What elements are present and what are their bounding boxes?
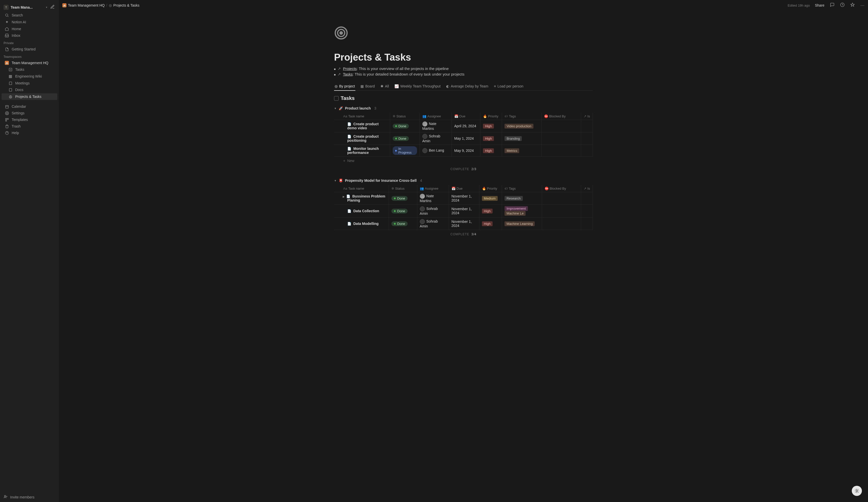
trash-nav[interactable]: Trash bbox=[1, 123, 57, 129]
cell-blocked[interactable] bbox=[541, 120, 581, 132]
getting-started-page[interactable]: Getting Started bbox=[1, 46, 57, 52]
cell-name[interactable]: 📄Create product positioning bbox=[334, 132, 390, 145]
cell-status[interactable]: In Progress bbox=[390, 145, 420, 157]
breadcrumb-current[interactable]: ◎ Projects & Tasks bbox=[109, 3, 140, 7]
col-priority[interactable]: 🔥Priority bbox=[479, 185, 502, 192]
cell-name[interactable]: ▶📄Bussiness Problem Planing bbox=[334, 192, 389, 205]
templates-nav[interactable]: Templates bbox=[1, 117, 57, 123]
tab-average-delay-by-team[interactable]: ◐Average Delay by Team bbox=[446, 82, 489, 91]
col-tags[interactable]: 🏷Tags bbox=[502, 113, 541, 120]
col-due[interactable]: 📅Due bbox=[452, 113, 480, 120]
col-priority[interactable]: 🔥Priority bbox=[480, 113, 502, 120]
cell-blocked[interactable] bbox=[541, 145, 581, 157]
cell-priority[interactable]: High bbox=[480, 145, 502, 157]
sidebar-item-docs[interactable]: Docs bbox=[1, 87, 57, 93]
cell-priority[interactable]: High bbox=[479, 205, 502, 218]
triangle-right-icon[interactable]: ▶ bbox=[343, 195, 345, 198]
cell-status[interactable]: Done bbox=[390, 120, 420, 132]
settings-nav[interactable]: Settings bbox=[1, 110, 57, 116]
cell-status[interactable]: Done bbox=[389, 218, 417, 230]
table-row[interactable]: 📄Monitor launch performanceIn ProgressBe… bbox=[334, 145, 593, 157]
cell-due[interactable]: November 1, 2024 bbox=[449, 218, 479, 230]
search-nav[interactable]: Search bbox=[1, 12, 57, 18]
notion-ai-nav[interactable]: ✦ Notion AI bbox=[1, 19, 57, 25]
table-row[interactable]: 📄Create product demo videoDoneNate Marti… bbox=[334, 120, 593, 132]
breadcrumb-root[interactable]: 🏠 Team Management HQ bbox=[62, 3, 105, 7]
col-is[interactable]: ↗Is bbox=[581, 113, 592, 120]
cell-blocked[interactable] bbox=[541, 132, 581, 145]
projects-link[interactable]: Projects bbox=[343, 66, 356, 71]
cell-tags[interactable]: Machine Learning bbox=[502, 218, 542, 230]
col-assignee[interactable]: 👥Assignee bbox=[417, 185, 449, 192]
database-title[interactable]: Tasks bbox=[334, 95, 593, 101]
workspace-switcher[interactable]: T Team Mana... ▾ bbox=[0, 2, 59, 12]
cell-due[interactable]: May 1, 2024 bbox=[452, 132, 480, 145]
cell-status[interactable]: Done bbox=[390, 132, 420, 145]
col-due[interactable]: 📅Due bbox=[449, 185, 479, 192]
col-task-name[interactable]: AaTask name bbox=[334, 113, 390, 120]
col-blocked[interactable]: ⛔Blocked By bbox=[541, 113, 581, 120]
cell-due[interactable]: April 29, 2024 bbox=[452, 120, 480, 132]
cell-name[interactable]: 📄Data Collection bbox=[334, 205, 389, 218]
table-row[interactable]: 📄Data CollectionDoneSohrab AminNovember … bbox=[334, 205, 593, 218]
tag[interactable]: Improvement bbox=[505, 206, 528, 211]
cell-assignee[interactable]: Nate Martins bbox=[420, 120, 452, 132]
comments-icon[interactable] bbox=[830, 2, 835, 8]
ai-fab[interactable] bbox=[852, 486, 862, 496]
table-row[interactable]: 📄Data ModellingDoneSohrab AminNovember 1… bbox=[334, 218, 593, 230]
group-header[interactable]: ▼🚀Product launch3 bbox=[334, 105, 593, 111]
sidebar-item-wiki[interactable]: ▦ Engineering Wiki bbox=[1, 73, 57, 80]
sidebar-item-projects-tasks[interactable]: ◎ Projects & Tasks bbox=[1, 93, 57, 100]
cell-tags[interactable]: Video production bbox=[502, 120, 541, 132]
tasks-link[interactable]: Tasks bbox=[343, 72, 353, 76]
cell-due[interactable]: May 9, 2024 bbox=[452, 145, 480, 157]
tab-all[interactable]: ✱All bbox=[380, 82, 390, 91]
cell-assignee[interactable]: Nate Martins bbox=[417, 192, 449, 205]
col-status[interactable]: ✲Status bbox=[390, 113, 420, 120]
col-blocked[interactable]: ⛔Blocked By bbox=[542, 185, 581, 192]
share-button[interactable]: Share bbox=[815, 3, 824, 7]
col-is[interactable]: ↗Is bbox=[581, 185, 592, 192]
new-row-button[interactable]: + New bbox=[334, 157, 593, 165]
cell-priority[interactable]: High bbox=[479, 218, 502, 230]
inbox-nav[interactable]: Inbox bbox=[1, 32, 57, 39]
tab-by-project[interactable]: ◎By project bbox=[334, 82, 355, 91]
tag[interactable]: Video production bbox=[505, 124, 533, 128]
cell-name[interactable]: 📄Create product demo video bbox=[334, 120, 390, 132]
group-header[interactable]: ▼📮Propensity Model for Insurance Cross-S… bbox=[334, 177, 593, 184]
tag[interactable]: Machine Le bbox=[505, 211, 526, 216]
cell-status[interactable]: Done bbox=[389, 192, 417, 205]
cell-status[interactable]: Done bbox=[389, 205, 417, 218]
more-icon[interactable]: ⋯ bbox=[860, 3, 865, 8]
page-description[interactable]: ↗ Projects: This is your overview of all… bbox=[334, 66, 593, 76]
cell-due[interactable]: November 1, 2024 bbox=[449, 205, 479, 218]
table-row[interactable]: 📄Create product positioningDoneSohrab Am… bbox=[334, 132, 593, 145]
clock-icon[interactable] bbox=[840, 2, 845, 8]
cell-blocked[interactable] bbox=[542, 192, 581, 205]
cell-is[interactable] bbox=[581, 218, 592, 230]
cell-priority[interactable]: High bbox=[480, 132, 502, 145]
cell-assignee[interactable]: Sohrab Amin bbox=[417, 218, 449, 230]
col-assignee[interactable]: 👥Assignee bbox=[420, 113, 452, 120]
cell-tags[interactable]: Metrics bbox=[502, 145, 541, 157]
compose-icon[interactable] bbox=[49, 3, 56, 11]
cell-tags[interactable]: Research bbox=[502, 192, 542, 205]
cell-is[interactable] bbox=[581, 205, 592, 218]
tag[interactable]: Branding bbox=[505, 136, 522, 141]
sidebar-item-tasks[interactable]: Tasks bbox=[1, 66, 57, 73]
star-icon[interactable] bbox=[850, 2, 855, 8]
cell-assignee[interactable]: Sohrab Amin bbox=[420, 132, 452, 145]
cell-blocked[interactable] bbox=[542, 205, 581, 218]
cell-tags[interactable]: Branding bbox=[502, 132, 541, 145]
cell-priority[interactable]: High bbox=[480, 120, 502, 132]
cell-due[interactable]: November 1, 2024 bbox=[449, 192, 479, 205]
help-nav[interactable]: Help bbox=[1, 130, 57, 136]
tab-board[interactable]: ▦Board bbox=[360, 82, 375, 91]
page-title[interactable]: Projects & Tasks bbox=[334, 52, 593, 63]
cell-is[interactable] bbox=[581, 145, 592, 157]
cell-assignee[interactable]: Ben Lang bbox=[420, 145, 452, 157]
cell-blocked[interactable] bbox=[542, 218, 581, 230]
cell-name[interactable]: 📄Data Modelling bbox=[334, 218, 389, 230]
calendar-nav[interactable]: Calendar bbox=[1, 103, 57, 109]
page-icon-large[interactable] bbox=[334, 26, 593, 43]
